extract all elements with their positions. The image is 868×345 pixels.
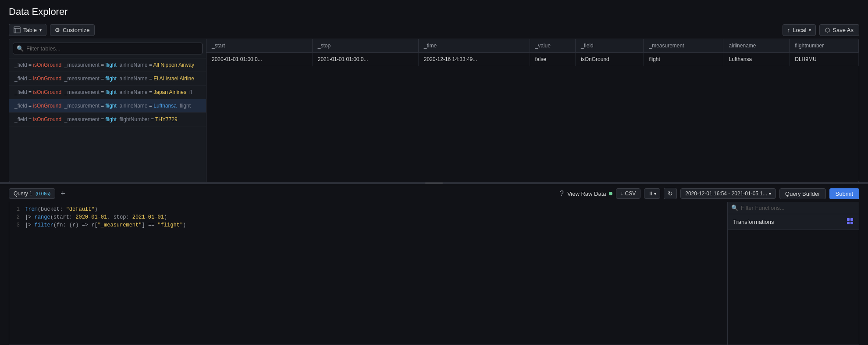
cell-airlinename: Lufthansa [723, 53, 790, 66]
view-raw-button[interactable]: View Raw Data [567, 190, 612, 197]
line-number: 1 [9, 206, 25, 212]
search-box: 🔍 [9, 39, 206, 58]
time-range-button[interactable]: 2020-12-01 16:54 - 2021-01-05 1... ▾ [680, 188, 776, 199]
save-as-button[interactable]: ⬡ Save As [819, 24, 859, 36]
chevron-down-icon-3: ▾ [654, 191, 656, 196]
col-time: _time [418, 39, 530, 53]
transformations-label: Transformations [733, 219, 774, 225]
list-item[interactable]: _field = isOnGround _measurement = fligh… [9, 72, 206, 86]
csv-label: CSV [625, 190, 636, 197]
query-bar: Query 1 (0.06s) + ? View Raw Data ↓ CSV … [0, 185, 868, 202]
status-indicator [609, 192, 612, 195]
list-item[interactable]: _field = isOnGround _measurement = fligh… [9, 58, 206, 72]
page-title: Data Explorer [9, 6, 859, 18]
col-stop: _stop [312, 39, 418, 53]
svg-rect-4 [850, 218, 853, 221]
col-airlinename: airlinename [723, 39, 790, 53]
save-as-label: Save As [832, 27, 854, 33]
help-button[interactable]: ? [560, 190, 564, 198]
filter-functions-input[interactable] [741, 205, 855, 211]
list-item[interactable]: _field = isOnGround _measurement = fligh… [9, 113, 206, 126]
customize-label: Customize [63, 27, 89, 33]
submit-label: Submit [836, 190, 853, 197]
list-item[interactable]: _field = isOnGround _measurement = fligh… [9, 86, 206, 99]
cell-value: false [530, 53, 576, 66]
cell-time: 2020-12-16 14:33:49... [418, 53, 530, 66]
functions-panel: 🔍 Transformations [727, 202, 859, 345]
left-panel: 🔍 _field = isOnGround _measurement = fli… [9, 39, 206, 182]
table-label: Table [23, 27, 37, 33]
data-table-panel: _start _stop _time _value _field _measur… [206, 39, 859, 182]
cell-measurement: flight [644, 53, 723, 66]
header: Data Explorer [0, 0, 868, 21]
query-builder-button[interactable]: Query Builder [779, 188, 825, 199]
refresh-button[interactable]: ↻ [664, 188, 677, 199]
svg-rect-5 [847, 222, 850, 224]
add-query-button[interactable]: + [59, 190, 67, 198]
col-value: _value [530, 39, 576, 53]
table-icon [14, 26, 21, 33]
bottom-section: 1 from(bucket: "default") 2 |> range(sta… [9, 202, 859, 345]
svg-rect-0 [14, 27, 20, 33]
save-icon: ⬡ [825, 27, 830, 33]
chevron-down-icon-4: ▾ [769, 191, 771, 196]
svg-rect-3 [847, 218, 850, 221]
query-tab-1[interactable]: Query 1 (0.06s) [9, 188, 55, 199]
search-icon-2: 🔍 [731, 205, 738, 211]
line-content: |> range(start: 2020-01-01, stop: 2021-0… [25, 214, 167, 220]
svg-rect-6 [850, 222, 853, 224]
main-area: 🔍 _field = isOnGround _measurement = fli… [9, 39, 859, 182]
pause-button[interactable]: ⏸ ▾ [644, 188, 660, 199]
search-icon: 🔍 [17, 45, 24, 52]
customize-button[interactable]: ⚙ Customize [50, 24, 94, 36]
time-range-label: 2020-12-01 16:54 - 2021-01-05 1... [685, 190, 767, 197]
local-button[interactable]: ↑ Local ▾ [783, 24, 816, 36]
csv-button[interactable]: ↓ CSV [616, 188, 641, 199]
cell-start: 2020-01-01 01:00:0... [206, 53, 312, 66]
chevron-down-icon-2: ▾ [809, 28, 811, 32]
code-editor: 1 from(bucket: "default") 2 |> range(sta… [9, 202, 727, 345]
code-line-1: 1 from(bucket: "default") [9, 205, 727, 213]
toolbar: Table ▾ ⚙ Customize ↑ Local ▾ ⬡ Save As [0, 21, 868, 39]
table-list: _field = isOnGround _measurement = fligh… [9, 58, 206, 182]
chevron-down-icon: ▾ [39, 28, 42, 32]
code-line-2: 2 |> range(start: 2020-01-01, stop: 2021… [9, 213, 727, 221]
line-number: 2 [9, 214, 25, 220]
download-icon: ↓ [621, 190, 623, 197]
query-time: (0.06s) [36, 191, 50, 196]
table-selector[interactable]: Table ▾ [9, 24, 46, 36]
cell-stop: 2021-01-01 01:00:0... [312, 53, 418, 66]
col-field: _field [576, 39, 644, 53]
pause-icon: ⏸ [648, 190, 653, 197]
query-builder-label: Query Builder [785, 190, 820, 197]
query-label: Query 1 [14, 190, 34, 197]
divider[interactable] [0, 182, 868, 184]
cell-field: isOnGround [576, 53, 644, 66]
fn-search-box: 🔍 [728, 202, 859, 214]
submit-button[interactable]: Submit [829, 188, 859, 199]
line-content: from(bucket: "default") [25, 206, 98, 212]
view-raw-label: View Raw Data [567, 190, 606, 197]
data-table: _start _stop _time _value _field _measur… [206, 39, 859, 66]
gear-icon: ⚙ [55, 27, 60, 33]
line-number: 3 [9, 222, 25, 228]
table-row: 2020-01-01 01:00:0... 2021-01-01 01:00:0… [206, 53, 859, 66]
list-item[interactable]: _field = isOnGround _measurement = fligh… [9, 99, 206, 113]
col-start: _start [206, 39, 312, 53]
filter-tables-input[interactable] [26, 45, 199, 52]
cell-flightnumber: DLH9MU [790, 53, 859, 66]
upload-icon: ↑ [787, 27, 790, 33]
code-line-3: 3 |> filter(fn: (r) => r["_measurement"]… [9, 221, 727, 229]
transformations-icon [847, 218, 854, 226]
local-label: Local [793, 27, 806, 33]
col-measurement: _measurement [644, 39, 723, 53]
transformations-section: Transformations [728, 214, 859, 230]
line-content: |> filter(fn: (r) => r["_measurement"] =… [25, 222, 186, 228]
col-flightnumber: flightnumber [790, 39, 859, 53]
